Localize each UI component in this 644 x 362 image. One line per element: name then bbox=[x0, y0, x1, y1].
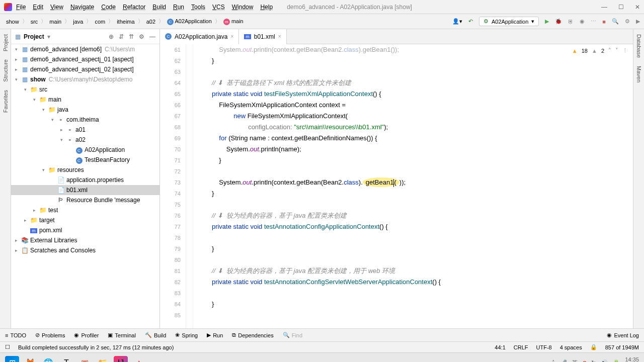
menu-build[interactable]: Build bbox=[152, 4, 166, 11]
search-icon[interactable]: 🔍 bbox=[612, 18, 619, 25]
select-opened-icon[interactable]: ⊕ bbox=[109, 33, 114, 40]
menu-refactor[interactable]: Refactor bbox=[123, 4, 145, 11]
debug-icon[interactable]: 🐞 bbox=[555, 18, 562, 25]
problems-tab[interactable]: ⊘ Problems bbox=[35, 332, 65, 338]
maximize-icon[interactable]: ☐ bbox=[618, 4, 624, 11]
run-config-selector[interactable]: ⚙A02Application▾ bbox=[479, 17, 539, 26]
tree-item[interactable]: ▸📁test bbox=[11, 205, 159, 215]
hide-icon[interactable]: — bbox=[149, 33, 155, 40]
tool-database[interactable]: Database bbox=[636, 34, 642, 58]
breadcrumb-show[interactable]: show bbox=[4, 18, 21, 26]
firefox-icon[interactable]: 🦊 bbox=[23, 356, 37, 363]
code-content[interactable]: System.out.println(context.getBean(Bean2… bbox=[193, 44, 633, 328]
tree-item[interactable]: ▸📚External Libraries bbox=[11, 235, 159, 245]
run-icon[interactable]: ▶ bbox=[545, 18, 549, 25]
menu-vcs[interactable]: VCS bbox=[212, 4, 225, 11]
tool-favorites[interactable]: Favorites bbox=[3, 90, 9, 113]
profile-icon[interactable]: ◉ bbox=[580, 18, 585, 25]
explorer-icon[interactable]: 📁 bbox=[96, 356, 110, 363]
build-tab[interactable]: 🔨 Build bbox=[145, 332, 166, 338]
breadcrumb-src[interactable]: src bbox=[29, 18, 40, 26]
tool-structure[interactable]: Structure bbox=[3, 59, 9, 82]
menu-code[interactable]: Code bbox=[101, 4, 116, 11]
indent[interactable]: 4 spaces bbox=[560, 344, 582, 350]
expand-all-icon[interactable]: ⇵ bbox=[119, 33, 124, 40]
tray-ime-icon[interactable]: S bbox=[583, 360, 586, 363]
tree-item[interactable]: ▾📁main bbox=[11, 95, 159, 105]
text-icon[interactable]: T bbox=[59, 356, 73, 363]
tree-item[interactable]: CTestBeanFactory bbox=[11, 155, 159, 165]
memory-indicator[interactable]: 857 of 1949M bbox=[605, 344, 639, 350]
settings-icon[interactable]: ⚙ bbox=[625, 18, 630, 25]
lock-icon[interactable]: 🔒 bbox=[590, 344, 597, 350]
collapse-all-icon[interactable]: ⇈ bbox=[129, 33, 134, 40]
back-arrow-icon[interactable]: ↶ bbox=[468, 18, 473, 25]
stop-icon[interactable]: ■ bbox=[602, 19, 606, 25]
vlc-icon[interactable]: 🔺 bbox=[132, 356, 146, 363]
menu-navigate[interactable]: Navigate bbox=[70, 4, 94, 11]
close-icon[interactable]: ✕ bbox=[635, 4, 640, 11]
menu-help[interactable]: Help bbox=[260, 4, 273, 11]
todo-tab[interactable]: ≡ TODO bbox=[5, 332, 26, 338]
editor-tab[interactable]: CA02Application.java× bbox=[160, 29, 239, 44]
edge-icon[interactable]: 🌐 bbox=[41, 356, 55, 363]
tree-item[interactable]: 📄application.properties bbox=[11, 175, 159, 185]
menu-view[interactable]: View bbox=[50, 4, 63, 11]
breadcrumb-com[interactable]: com bbox=[93, 18, 107, 26]
spring-tab[interactable]: ❀ Spring bbox=[175, 332, 198, 338]
tree-item[interactable]: ▸▦demo6_advanced_aspectj_02 [aspect] bbox=[11, 64, 159, 74]
attach-icon[interactable]: ⋯ bbox=[591, 18, 596, 25]
menu-file[interactable]: File bbox=[16, 4, 26, 11]
tray-lang-icon[interactable]: 英 bbox=[572, 359, 578, 362]
start-icon[interactable]: ⊞ bbox=[5, 356, 19, 363]
close-tab-icon[interactable]: × bbox=[230, 34, 233, 39]
inspection-indicators[interactable]: ▲18 ▲2 ˄˅ ⋮ bbox=[572, 47, 628, 54]
encoding[interactable]: UTF-8 bbox=[536, 344, 552, 350]
close-tab-icon[interactable]: × bbox=[278, 34, 281, 39]
intellij-icon[interactable]: IJ bbox=[114, 356, 128, 363]
tree-item[interactable]: ▾📁resources bbox=[11, 165, 159, 175]
menu-run[interactable]: Run bbox=[173, 4, 184, 11]
tree-item[interactable]: 🏳Resource Bundle 'message bbox=[11, 195, 159, 205]
tree-item[interactable]: ▸▫a01 bbox=[11, 125, 159, 135]
tree-item[interactable]: ▸📋Scratches and Consoles bbox=[11, 245, 159, 255]
tree-item[interactable]: CA02Application bbox=[11, 145, 159, 155]
tree-item[interactable]: ▾▫com.itheima bbox=[11, 115, 159, 125]
breadcrumb-a02[interactable]: a02 bbox=[144, 18, 157, 26]
breadcrumb-class[interactable]: C A02Application bbox=[165, 17, 214, 26]
breadcrumb-main[interactable]: main bbox=[47, 18, 63, 26]
tree-item[interactable]: ▾📁src bbox=[11, 84, 159, 95]
run-tab[interactable]: ▶ Run bbox=[207, 332, 223, 338]
minimize-icon[interactable]: — bbox=[601, 4, 607, 11]
tree-item[interactable]: ▾▫a02 bbox=[11, 135, 159, 145]
profiler-tab[interactable]: ◉ Profiler bbox=[74, 332, 99, 338]
tree-item[interactable]: ▾📁java bbox=[11, 105, 159, 115]
settings-icon[interactable]: ⚙ bbox=[139, 33, 144, 40]
help-icon[interactable]: ▶ bbox=[636, 18, 640, 25]
dependencies-tab[interactable]: ⧉ Dependencies bbox=[232, 332, 273, 338]
event-log-tab[interactable]: ◉ Event Log bbox=[607, 332, 639, 338]
breadcrumb-itheima[interactable]: itheima bbox=[115, 18, 136, 26]
tree-item[interactable]: ▾▦demo6_advanced [demo6]C:\Users\m bbox=[11, 44, 159, 54]
tree-item[interactable]: ▾▦showC:\Users\manyh\Desktop\demo bbox=[11, 74, 159, 84]
cursor-position[interactable]: 44:1 bbox=[495, 344, 505, 350]
menu-window[interactable]: Window bbox=[232, 4, 254, 11]
tray-sync-icon[interactable]: ↻ bbox=[591, 359, 596, 362]
clock-time[interactable]: 14:35 bbox=[625, 356, 639, 363]
tree-item[interactable]: 📄b01.xml bbox=[11, 185, 159, 195]
tool-maven[interactable]: Maven bbox=[636, 66, 642, 82]
status-hide-icon[interactable]: ☐ bbox=[5, 344, 10, 350]
menu-tools[interactable]: Tools bbox=[191, 4, 205, 11]
powerpoint-icon[interactable]: ▣ bbox=[77, 356, 92, 363]
editor[interactable]: 6162636465666768697071727374757677787980… bbox=[160, 44, 633, 328]
project-tree[interactable]: ▾▦demo6_advanced [demo6]C:\Users\m▸▦demo… bbox=[11, 44, 159, 328]
terminal-tab[interactable]: ▣ Terminal bbox=[108, 332, 136, 338]
editor-tab[interactable]: mb01.xml× bbox=[239, 29, 286, 44]
tray-chevron-icon[interactable]: ˄ bbox=[552, 359, 555, 362]
tray-battery-icon[interactable]: 🔋 bbox=[613, 359, 620, 362]
tray-mic-icon[interactable]: 🎤 bbox=[560, 359, 567, 362]
find-tab[interactable]: 🔍 Find bbox=[283, 332, 302, 338]
line-ending[interactable]: CRLF bbox=[514, 344, 528, 350]
tree-item[interactable]: ▸▦demo6_advanced_aspectj_01 [aspect] bbox=[11, 54, 159, 64]
breadcrumb-java[interactable]: java bbox=[71, 18, 85, 26]
